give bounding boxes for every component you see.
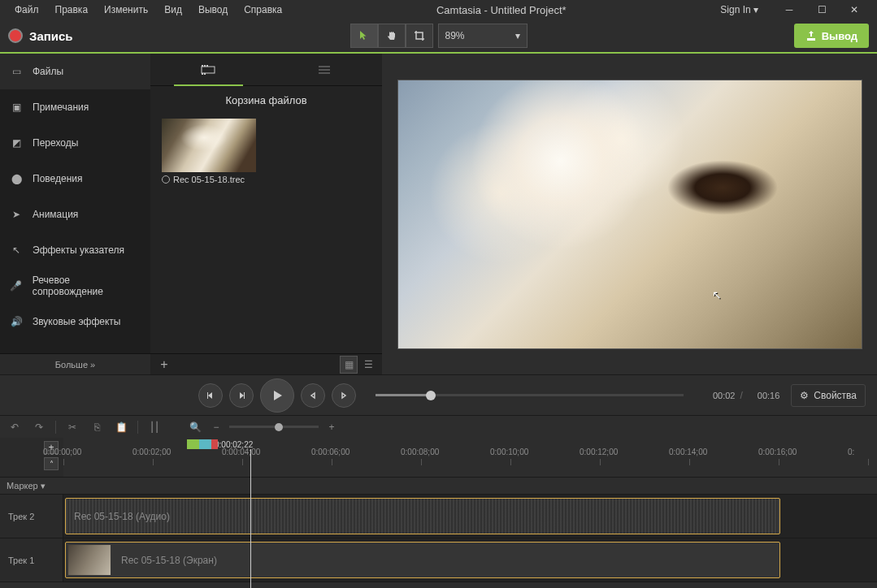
cursor-icon: ↖: [8, 242, 24, 258]
next-frame-button[interactable]: [229, 383, 254, 408]
menu-bar: Файл Правка Изменить Вид Вывод Справка C…: [0, 0, 877, 19]
sidebar-label: Примечания: [33, 102, 89, 113]
ruler-tick: 0:00:06;00: [332, 459, 421, 465]
toolbar: Запись 89% ▾ Вывод: [0, 19, 877, 52]
sidebar-label: Переходы: [33, 137, 78, 149]
record-icon: [8, 28, 23, 43]
seek-fill: [376, 394, 431, 396]
menu-help[interactable]: Справка: [236, 2, 290, 17]
sidebar-animations[interactable]: ➤Анимация: [0, 197, 150, 232]
prev-frame-button[interactable]: [198, 383, 223, 408]
seek-handle[interactable]: [426, 391, 436, 400]
bin-tab-library[interactable]: [267, 54, 383, 85]
undo-button[interactable]: ↶: [7, 419, 23, 435]
close-button[interactable]: ✕: [838, 0, 870, 19]
svg-rect-5: [204, 73, 206, 75]
annotation-icon: ▣: [8, 99, 24, 115]
next-clip-button[interactable]: [332, 383, 356, 408]
split-button[interactable]: ⎮⎮: [146, 419, 163, 435]
sidebar-label: Файлы: [33, 66, 63, 77]
redo-button[interactable]: ↷: [31, 419, 47, 435]
menu-share[interactable]: Вывод: [190, 2, 236, 17]
preview-canvas[interactable]: ↖: [397, 80, 862, 349]
zoom-in-button[interactable]: +: [323, 419, 340, 435]
window-controls: ─ ☐ ✕: [773, 0, 870, 19]
playback-bar: 00:02 / 00:16 ⚙ Свойства: [0, 374, 877, 415]
timeline-track: Трек 1Rec 05-15-18 (Экран): [0, 538, 877, 582]
zoom-slider[interactable]: [229, 426, 319, 428]
prev-clip-button[interactable]: [301, 383, 325, 408]
ruler-tick: 0:00:00;00: [63, 459, 153, 465]
timeline-clip[interactable]: Rec 05-15-18 (Экран): [65, 542, 780, 578]
sidebar-cursor[interactable]: ↖Эффекты указателя: [0, 232, 150, 268]
track-content[interactable]: Rec 05-15-18 (Аудио): [63, 495, 877, 538]
timeline-ruler[interactable]: 0:00:02;22 0:00:00;000:00:02;000:00:04;0…: [63, 438, 877, 477]
window-title: Camtasia - Untitled Project*: [290, 4, 712, 16]
zoom-dropdown[interactable]: 89% ▾: [438, 24, 528, 48]
paste-button[interactable]: 📋: [113, 419, 129, 435]
time-current: 00:02: [713, 391, 736, 400]
clip-name-row: Rec 05-15-18.trec: [162, 172, 256, 187]
playhead-line[interactable]: [250, 449, 251, 588]
track-label[interactable]: Трек 2: [0, 495, 63, 538]
grid-view-button[interactable]: ▦: [340, 356, 358, 374]
sidebar-label: Речевое сопровождение: [33, 275, 142, 297]
zoom-slider-handle[interactable]: [275, 423, 283, 431]
seek-bar[interactable]: [376, 394, 684, 396]
menu-modify[interactable]: Изменить: [96, 2, 156, 17]
menu-edit[interactable]: Правка: [47, 2, 97, 17]
bin-view-toggle: ▦ ☰: [340, 356, 377, 374]
pan-tool[interactable]: [378, 24, 406, 48]
add-media-button[interactable]: +: [155, 356, 173, 374]
maximize-button[interactable]: ☐: [805, 0, 838, 19]
properties-label: Свойства: [814, 390, 857, 401]
sidebar-more[interactable]: Больше »: [0, 353, 150, 374]
sidebar-transitions[interactable]: ◩Переходы: [0, 125, 150, 161]
ruler-tick: 0:00:10;00: [510, 459, 600, 465]
zoom-fit-button[interactable]: 🔍: [187, 419, 203, 435]
timeline-toolbar: ↶ ↷ ✂ ⎘ 📋 ⎮⎮ 🔍 − +: [0, 415, 877, 438]
minimize-button[interactable]: ─: [773, 0, 805, 19]
list-view-button[interactable]: ☰: [359, 356, 377, 374]
menu-file[interactable]: Файл: [7, 2, 47, 17]
svg-rect-3: [206, 65, 208, 67]
timeline-zoom: 🔍 − +: [187, 419, 340, 435]
menu-view[interactable]: Вид: [156, 2, 190, 17]
mic-icon: 🎤: [8, 278, 24, 294]
bin-tabs: [150, 54, 382, 86]
media-clip[interactable]: Rec 05-15-18.trec: [162, 119, 256, 187]
sidebar-media[interactable]: ▭Файлы: [0, 54, 150, 89]
bin-tab-media[interactable]: [150, 54, 267, 85]
timeline-track: Трек 2Rec 05-15-18 (Аудио): [0, 495, 877, 538]
sidebar-voice[interactable]: 🎤Речевое сопровождение: [0, 268, 150, 304]
svg-rect-4: [202, 73, 203, 75]
collapse-tracks-button[interactable]: ˄: [44, 457, 59, 470]
signin-button[interactable]: Sign In ▾: [712, 2, 766, 17]
timeline-left-header: + ˄: [0, 438, 63, 477]
cut-button[interactable]: ✂: [64, 419, 80, 435]
ruler-tick: 0:00:02;00: [153, 459, 242, 465]
record-button[interactable]: Запись: [8, 28, 73, 43]
sidebar-label: Поведения: [33, 173, 82, 184]
track-content[interactable]: Rec 05-15-18 (Экран): [63, 538, 877, 582]
marker-dropdown[interactable]: Маркер ▾: [0, 478, 63, 494]
clip-filename: Rec 05-15-18.trec: [173, 175, 245, 184]
select-tool[interactable]: [350, 24, 378, 48]
zoom-value: 89%: [445, 30, 465, 41]
crop-tool[interactable]: [406, 24, 433, 48]
media-icon: ▭: [8, 63, 24, 80]
sidebar-behaviors[interactable]: ⬤Поведения: [0, 161, 150, 197]
zoom-out-button[interactable]: −: [208, 419, 224, 435]
track-label[interactable]: Трек 1: [0, 538, 63, 582]
timeline-clip[interactable]: Rec 05-15-18 (Аудио): [65, 498, 780, 534]
animation-icon: ➤: [8, 206, 24, 223]
export-button[interactable]: Вывод: [794, 24, 869, 48]
clip-thumbnail: [162, 119, 256, 172]
copy-button[interactable]: ⎘: [89, 419, 105, 435]
chevron-down-icon: ▾: [515, 30, 520, 41]
sidebar-audio[interactable]: 🔊Звуковые эффекты: [0, 304, 150, 339]
sidebar-annotations[interactable]: ▣Примечания: [0, 89, 150, 125]
play-button[interactable]: [260, 378, 294, 413]
properties-button[interactable]: ⚙ Свойства: [791, 384, 866, 407]
main-area: ▭Файлы ▣Примечания ◩Переходы ⬤Поведения …: [0, 54, 877, 374]
